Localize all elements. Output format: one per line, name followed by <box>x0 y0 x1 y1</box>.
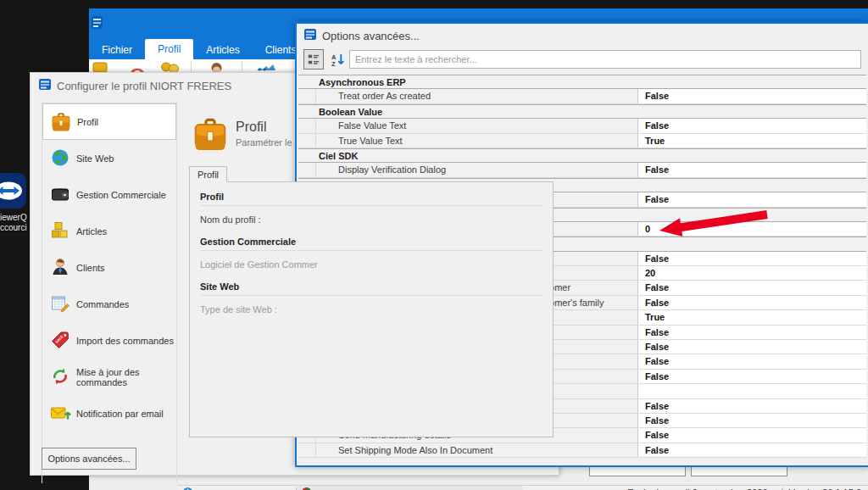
grid-category-row[interactable]: Asynchronous ERP <box>298 75 866 89</box>
sidebar-item-notification-par-email[interactable]: Notification par email <box>42 395 176 432</box>
section-divider <box>200 295 542 296</box>
grid-property-row[interactable]: True Value TextTrue <box>298 134 866 148</box>
dialog-icon <box>304 29 316 42</box>
section-field-label: Type de site Web : <box>200 304 542 315</box>
dialog-icon <box>39 79 51 92</box>
grid-property-value[interactable]: False <box>637 399 866 413</box>
status-info-panel[interactable]: Panneau d'information <box>178 486 296 490</box>
wallet-icon <box>49 184 71 206</box>
tab-profil[interactable]: Profil <box>145 39 193 59</box>
sidebar-item-site-web[interactable]: Site Web <box>42 140 176 176</box>
grid-property-row[interactable]: Treat order As createdFalse <box>298 89 866 103</box>
profile-heading: Profil <box>236 120 266 135</box>
status-license-panel: Licence accordée à: NDIGITAL /NIORT FRER… <box>297 486 524 490</box>
category-view-icon <box>307 53 320 66</box>
sidebar-item-label: Mise à jour des commandes <box>76 367 176 387</box>
person-icon <box>49 257 71 279</box>
grid-property-value[interactable]: True <box>637 134 866 148</box>
status-expiry: Expire le mardi 9 septembre 2026 <box>622 486 774 490</box>
grid-property-value[interactable]: False <box>637 326 866 339</box>
profile-dialog-title-bar[interactable]: Configurer le profil NIORT FRERES <box>39 79 231 92</box>
grid-category-label: Ciel SDK <box>298 149 358 162</box>
briefcase-icon <box>50 111 72 133</box>
grid-property-value[interactable] <box>637 384 866 398</box>
section-title: Site Web <box>200 281 542 292</box>
grid-property-label: True Value Text <box>315 134 637 148</box>
grid-row-gutter <box>298 89 315 103</box>
sidebar-item-import-des-commandes[interactable]: SALEImport des commandes <box>42 322 176 359</box>
boxes-icon <box>49 220 71 242</box>
sidebar-item-profil[interactable]: Profil <box>42 103 176 140</box>
sidebar-item-label: Clients <box>76 263 105 273</box>
sync-arrows-icon <box>49 366 71 388</box>
tab-profil[interactable]: Profil <box>189 166 227 182</box>
grid-row-gutter <box>298 163 315 176</box>
sort-az-button[interactable]: AZ <box>327 49 348 70</box>
advanced-options-button[interactable]: Options avancées... <box>42 448 136 470</box>
annotation-arrow <box>653 207 776 242</box>
tab-fichier[interactable]: Fichier <box>89 41 145 59</box>
svg-text:Z: Z <box>331 60 335 67</box>
grid-property-value[interactable]: False <box>637 428 866 442</box>
grid-property-value[interactable]: False <box>637 252 866 265</box>
grid-property-label: Treat order As created <box>315 89 637 103</box>
ribbon-coins-icon <box>161 62 180 72</box>
grid-category-label: Boolean Value <box>298 105 382 118</box>
grid-property-value[interactable]: True <box>637 310 866 324</box>
tab-articles[interactable]: Articles <box>193 41 252 59</box>
grid-property-label: False Value Text <box>315 119 637 132</box>
ribbon-money-icon <box>92 62 108 72</box>
grid-property-value[interactable]: False <box>637 119 866 132</box>
options-toolbar: AZ <box>297 47 868 73</box>
sidebar-item-gestion-commerciale[interactable]: Gestion Commerciale <box>42 176 176 213</box>
sidebar-item-clients[interactable]: Clients <box>42 249 176 286</box>
sidebar-item-articles[interactable]: Articles <box>42 213 176 249</box>
section-title: Gestion Commerciale <box>200 237 542 247</box>
grid-category-row[interactable]: Ciel SDK <box>298 148 866 163</box>
teamviewer-icon[interactable] <box>0 172 27 209</box>
sort-az-icon: AZ <box>331 53 345 67</box>
grid-property-row[interactable]: Set Shipping Mode Also In DocumentFalse <box>298 443 866 458</box>
grid-property-value[interactable]: False <box>637 281 866 294</box>
grid-row-gutter <box>298 443 315 457</box>
grid-property-value[interactable]: False <box>637 354 866 368</box>
grid-row-gutter <box>298 134 315 148</box>
options-dialog-title: Options avancées... <box>322 30 420 42</box>
sidebar-item-mise-jour-des-commandes[interactable]: Mise à jour des commandes <box>42 359 176 395</box>
grid-category-row[interactable]: Boolean Value <box>298 104 866 119</box>
sidebar-item-label: Commandes <box>76 299 129 309</box>
grid-property-value[interactable]: False <box>637 370 866 383</box>
section-field-label: Logiciel de Gestion Commer <box>200 259 542 270</box>
grid-property-value[interactable]: False <box>637 192 866 206</box>
section-title: Profil <box>200 192 542 202</box>
sidebar-item-label: Gestion Commerciale <box>76 190 166 200</box>
sidebar-item-label: Site Web <box>76 153 114 164</box>
sidebar-item-commandes[interactable]: Commandes <box>42 286 176 322</box>
profile-dialog-title: Configurer le profil NIORT FRERES <box>57 80 231 92</box>
status-bar: Panneau d'information Licence accordée à… <box>178 485 868 490</box>
sidebar-item-label: Profil <box>77 117 98 127</box>
grid-property-value[interactable]: False <box>637 163 866 176</box>
section-divider <box>200 205 542 206</box>
sale-tag-icon: SALE <box>49 330 71 352</box>
search-input[interactable] <box>349 50 861 69</box>
grid-property-row[interactable]: False Value TextFalse <box>298 119 866 133</box>
email-icon <box>49 403 71 425</box>
grid-property-value[interactable]: False <box>637 340 866 354</box>
grid-property-value[interactable]: False <box>637 414 866 427</box>
grid-property-value[interactable]: False <box>637 89 866 103</box>
grid-property-row[interactable]: Display Verification DialogFalse <box>298 163 866 177</box>
grid-property-value[interactable]: False <box>637 443 866 457</box>
ribbon-person-icon <box>210 62 223 72</box>
profile-form-panel: ProfilNom du profil :Gestion Commerciale… <box>189 181 554 437</box>
globe-icon <box>49 148 71 170</box>
grid-property-value[interactable]: 20 <box>637 266 866 280</box>
desktop: iewerQ ccourci FichierProfilArticlesClie… <box>0 0 868 490</box>
options-dialog-title-bar[interactable]: Options avancées... <box>304 29 420 42</box>
grid-property-label: Display Verification Dialog <box>315 163 637 176</box>
category-view-button[interactable] <box>303 49 324 70</box>
section-divider <box>200 250 542 251</box>
profile-sidebar: ProfilSite WebGestion CommercialeArticle… <box>42 103 177 483</box>
grid-property-value[interactable]: False <box>637 296 866 309</box>
sidebar-item-label: Notification par email <box>76 409 164 419</box>
